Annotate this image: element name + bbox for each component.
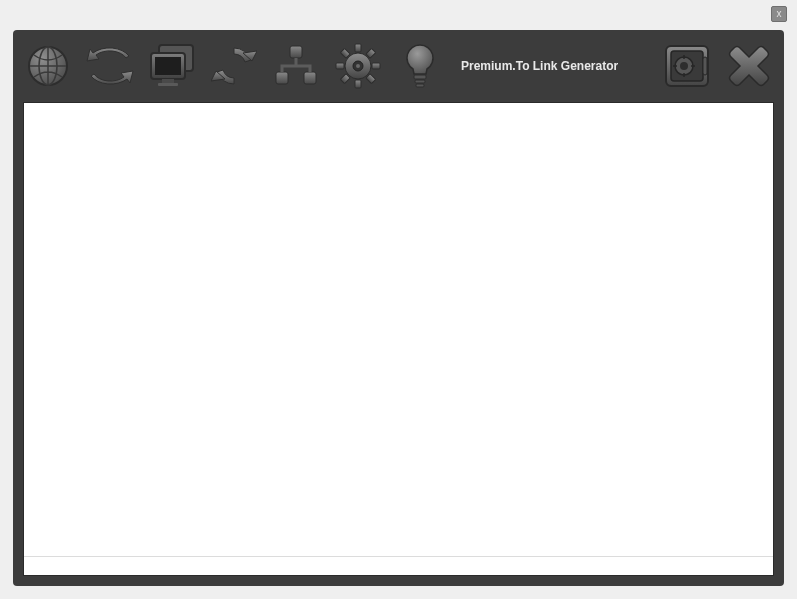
close-icon — [726, 43, 772, 89]
globe-button[interactable] — [19, 38, 77, 94]
svg-rect-23 — [416, 84, 424, 87]
screens-icon — [147, 43, 197, 89]
svg-point-20 — [356, 64, 360, 68]
svg-rect-7 — [290, 46, 302, 58]
svg-rect-4 — [155, 57, 181, 75]
sync-icon — [86, 46, 134, 86]
svg-rect-6 — [158, 83, 178, 86]
hint-button[interactable] — [391, 38, 449, 94]
status-input[interactable] — [24, 556, 773, 575]
svg-rect-14 — [372, 63, 380, 69]
close-button[interactable] — [720, 38, 778, 94]
network-button[interactable] — [267, 38, 325, 94]
svg-rect-22 — [415, 80, 425, 83]
svg-rect-8 — [276, 72, 288, 84]
app-title: Premium.To Link Generator — [461, 59, 618, 73]
svg-point-27 — [680, 62, 688, 70]
svg-rect-32 — [703, 57, 707, 75]
settings-button[interactable] — [329, 38, 387, 94]
safe-button[interactable] — [658, 38, 716, 94]
refresh-button[interactable] — [205, 38, 263, 94]
svg-rect-9 — [304, 72, 316, 84]
svg-rect-11 — [355, 44, 361, 52]
content-panel — [23, 102, 774, 576]
svg-rect-5 — [162, 79, 174, 83]
screens-button[interactable] — [143, 38, 201, 94]
svg-rect-13 — [336, 63, 344, 69]
window-close-button[interactable]: x — [771, 6, 787, 22]
refresh-icon — [211, 44, 257, 88]
sync-button[interactable] — [81, 38, 139, 94]
gear-icon — [335, 43, 381, 89]
bulb-icon — [403, 43, 437, 89]
app-frame: Premium.To Link Generator — [13, 30, 784, 586]
svg-rect-21 — [414, 75, 426, 79]
svg-rect-12 — [355, 80, 361, 88]
globe-icon — [25, 43, 71, 89]
window-close-label: x — [777, 8, 782, 19]
links-textarea[interactable] — [24, 103, 773, 556]
toolbar: Premium.To Link Generator — [13, 30, 784, 102]
network-icon — [273, 44, 319, 88]
safe-icon — [663, 43, 711, 89]
